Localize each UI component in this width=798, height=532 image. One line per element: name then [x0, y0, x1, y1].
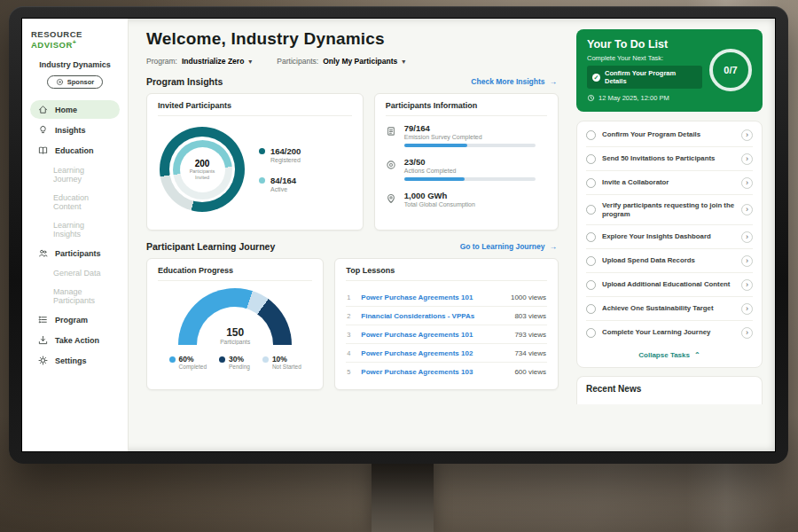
- lesson-link[interactable]: Financial Considerations - VPPAs: [361, 312, 507, 320]
- legend-dot-registered: [259, 148, 265, 154]
- participants-information-card: Participants Information 79/164 Emission…: [374, 93, 559, 231]
- home-icon: [37, 105, 49, 114]
- chevron-right-icon[interactable]: ›: [741, 204, 753, 215]
- task-row-invite-collaborator[interactable]: Invite a Collaborator ›: [586, 171, 753, 195]
- take-action-icon: [37, 335, 49, 345]
- go-to-learning-journey-link[interactable]: Go to Learning Journey →: [460, 242, 557, 251]
- task-checkbox[interactable]: [586, 280, 596, 290]
- sidebar-item-learning-journey[interactable]: Learning Journey: [30, 161, 120, 188]
- lesson-link[interactable]: Power Purchase Agreements 103: [361, 368, 507, 376]
- lesson-views: 600 views: [514, 368, 546, 376]
- top-lessons-card: Top Lessons 1 Power Purchase Agreements …: [334, 258, 559, 390]
- task-checkbox[interactable]: [586, 304, 596, 314]
- info-label: Total Global Consumption: [404, 201, 475, 207]
- lesson-link[interactable]: Power Purchase Agreements 101: [361, 293, 504, 301]
- legend-value: 30%: [229, 355, 250, 364]
- chevron-right-icon[interactable]: ›: [741, 303, 753, 315]
- chevron-right-icon[interactable]: ›: [741, 153, 753, 165]
- legend-item-completed: 60% Completed: [169, 355, 207, 370]
- task-row-explore-insights[interactable]: Explore Your Insights Dashboard ›: [586, 225, 753, 249]
- sidebar-item-insights[interactable]: Insights: [30, 121, 120, 139]
- sidebar-item-label: General Data: [53, 269, 101, 278]
- task-checkbox[interactable]: [586, 328, 596, 338]
- task-row-send-invitations[interactable]: Send 50 Invitations to Participants ›: [586, 147, 753, 171]
- monitor-bezel: RESOURCE ADVISOR+ Industry Dynamics Spon…: [9, 6, 788, 464]
- arrow-right-icon: →: [550, 77, 558, 86]
- task-checkbox[interactable]: [586, 205, 596, 215]
- actions-icon: [386, 157, 397, 181]
- link-label: Check More Insights: [471, 77, 544, 86]
- chevron-right-icon[interactable]: ›: [741, 279, 753, 291]
- task-checkbox[interactable]: [586, 154, 596, 164]
- task-label: Achieve One Sustainability Target: [602, 304, 735, 313]
- task-row-complete-learning-journey[interactable]: Complete Your Learning Journey ›: [586, 321, 753, 344]
- sidebar-item-participants[interactable]: Participants: [30, 244, 120, 262]
- invited-participants-card: Invited Participants 200 Participants In…: [146, 93, 364, 231]
- card-title: Participants Information: [386, 101, 547, 116]
- chevron-right-icon[interactable]: ›: [741, 255, 753, 267]
- invited-total-label: Participants Invited: [180, 168, 225, 180]
- lesson-rank: 2: [347, 312, 354, 320]
- sidebar-item-label: Learning Journey: [53, 166, 113, 184]
- screen: RESOURCE ADVISOR+ Industry Dynamics Spon…: [22, 19, 775, 451]
- sidebar-item-label: Home: [55, 106, 77, 114]
- collapse-tasks-link[interactable]: Collapse Tasks ⌃: [586, 344, 753, 367]
- legend-value: 164/200: [270, 146, 301, 156]
- donut-center: 200 Participants Invited: [180, 147, 225, 192]
- sidebar-item-education[interactable]: Education: [30, 141, 120, 160]
- chevron-right-icon[interactable]: ›: [741, 327, 753, 339]
- chevron-right-icon[interactable]: ›: [741, 231, 753, 243]
- chevron-right-icon[interactable]: ›: [741, 129, 753, 141]
- sidebar-item-general-data[interactable]: General Data: [30, 264, 120, 282]
- legend-dot-completed: [169, 356, 176, 363]
- info-label: Actions Completed: [404, 168, 536, 174]
- chevron-down-icon: ▾: [402, 58, 405, 66]
- gauge-center: 150 Participants: [178, 326, 292, 345]
- check-more-insights-link[interactable]: Check More Insights →: [471, 77, 557, 86]
- chevron-down-icon: ▾: [248, 58, 252, 66]
- gauge-label: Participants: [178, 339, 292, 345]
- donut-legend: 164/200 Registered 84/164 Active: [259, 146, 301, 192]
- task-row-achieve-target[interactable]: Achieve One Sustainability Target ›: [586, 297, 753, 321]
- sidebar-item-label: Participants: [55, 249, 101, 258]
- sidebar-item-learning-insights[interactable]: Learning Insights: [30, 216, 120, 243]
- lesson-views: 793 views: [514, 331, 546, 339]
- legend-item-registered: 164/200 Registered: [259, 146, 301, 163]
- task-row-verify-participants[interactable]: Verify participants requesting to join t…: [586, 195, 753, 225]
- sidebar-item-program[interactable]: Program: [30, 310, 120, 329]
- lesson-views: 734 views: [514, 349, 546, 357]
- sidebar-item-label: Program: [55, 316, 88, 325]
- sidebar-item-settings[interactable]: Settings: [30, 351, 120, 370]
- participants-filter[interactable]: Participants: Only My Participants ▾: [277, 57, 405, 66]
- task-row-upload-educational-content[interactable]: Upload Additional Educational Content ›: [586, 273, 753, 297]
- sidebar-item-home[interactable]: Home: [30, 100, 120, 119]
- next-task-label: Confirm Your Program Details: [605, 69, 697, 85]
- task-row-upload-spend-data[interactable]: Upload Spend Data Records ›: [586, 249, 753, 273]
- next-task-chip[interactable]: ✓ Confirm Your Program Details: [587, 66, 702, 89]
- task-checkbox[interactable]: [586, 130, 596, 140]
- sidebar-item-label: Education Content: [53, 193, 113, 211]
- actions-progress-bar: [404, 177, 536, 181]
- lesson-link[interactable]: Power Purchase Agreements 101: [361, 331, 507, 339]
- legend-label: Completed: [179, 364, 207, 370]
- gauge-legend: 60% Completed 30% Pending: [158, 355, 312, 370]
- legend-item-active: 84/164 Active: [259, 176, 301, 192]
- sidebar-item-education-content[interactable]: Education Content: [30, 189, 120, 215]
- legend-label: Registered: [270, 157, 301, 163]
- lesson-views: 1000 views: [511, 293, 546, 301]
- task-row-confirm-program[interactable]: Confirm Your Program Details ›: [586, 123, 753, 147]
- task-label: Send 50 Invitations to Participants: [602, 154, 735, 163]
- task-checkbox[interactable]: [586, 178, 596, 188]
- chevron-right-icon[interactable]: ›: [741, 177, 753, 189]
- task-checkbox[interactable]: [586, 256, 596, 266]
- sidebar-item-manage-participants[interactable]: Manage Participants: [30, 283, 120, 309]
- program-filter[interactable]: Program: Industrialize Zero ▾: [146, 57, 252, 66]
- recent-news-title: Recent News: [586, 384, 753, 394]
- lesson-link[interactable]: Power Purchase Agreements 102: [361, 349, 507, 357]
- legend-label: Not Started: [272, 364, 301, 370]
- lesson-views: 803 views: [514, 312, 546, 320]
- sidebar-item-take-action[interactable]: Take Action: [30, 331, 120, 349]
- task-checkbox[interactable]: [586, 232, 596, 242]
- insights-cards-row: Invited Participants 200 Participants In…: [146, 93, 559, 231]
- participants-filter-value: Only My Participants: [323, 57, 397, 66]
